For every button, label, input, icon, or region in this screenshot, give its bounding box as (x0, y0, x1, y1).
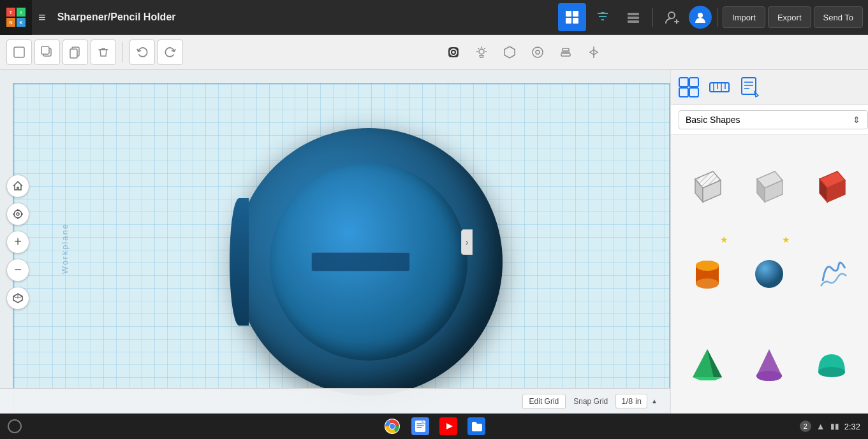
scribble-svg (813, 255, 850, 292)
shape-item-cylinder[interactable]: ★ (679, 232, 736, 316)
3d-shape[interactable] (235, 128, 503, 396)
ruler-panel-btn[interactable] (707, 75, 732, 100)
svg-point-66 (696, 278, 719, 289)
target-nav-btn[interactable] (6, 203, 29, 226)
topbar: T I N K ≡ Sharpener/Pencil Holder (0, 0, 868, 35)
camera-icon (446, 45, 460, 59)
import-button[interactable]: Import (723, 6, 765, 28)
tools-btn[interactable] (589, 3, 617, 31)
right-panel: Basic Shapes ⇕ (670, 70, 868, 414)
workplane-label: Workplane (60, 223, 70, 274)
avatar-btn[interactable] (689, 6, 712, 29)
taskbar: 2 ▲ ▮▮ 2:32 (0, 414, 868, 439)
notification-badge[interactable]: 2 (800, 421, 811, 432)
copy-project-icon (41, 46, 54, 59)
notes-panel-btn[interactable] (737, 75, 763, 100)
edit-grid-btn[interactable]: Edit Grid (522, 394, 566, 409)
light-icon (474, 45, 489, 59)
shape-item-sphere[interactable]: ★ (741, 232, 798, 316)
shape-item-scribble[interactable] (803, 232, 860, 316)
toolbar (0, 35, 868, 70)
shape-category-select[interactable]: Basic Shapes (679, 110, 868, 129)
profile-add-btn[interactable] (658, 3, 686, 31)
copy-project-btn[interactable] (34, 40, 60, 65)
svg-point-8 (668, 12, 675, 18)
shape-item-box-plain[interactable] (741, 143, 798, 227)
taskbar-circle-btn[interactable] (8, 419, 22, 433)
cube-nav-btn[interactable] (6, 287, 29, 310)
delete-btn[interactable] (91, 40, 116, 65)
shapes-grid: ★ ★ (671, 135, 868, 414)
new-workplane-btn[interactable] (6, 40, 32, 65)
menu-icon[interactable]: ≡ (32, 10, 52, 25)
topbar-divider (652, 8, 653, 27)
box-plain-svg (751, 166, 788, 203)
svg-rect-45 (710, 83, 729, 92)
zoom-in-btn[interactable]: + (6, 231, 29, 254)
main-area: TOP Workplane (0, 70, 868, 414)
tinkercad-logo[interactable]: T I N K (0, 0, 32, 35)
svg-point-75 (818, 367, 845, 377)
new-workplane-icon (13, 46, 26, 59)
svg-point-67 (696, 261, 719, 271)
snap-value[interactable]: 1/8 in (615, 394, 647, 408)
flip-icon (587, 45, 601, 59)
youtube-app[interactable] (439, 417, 457, 435)
chrome-app[interactable] (383, 417, 401, 435)
grid-view-btn[interactable] (558, 3, 586, 31)
docs-icon (415, 420, 426, 433)
svg-marker-71 (693, 377, 722, 380)
sendto-button[interactable]: Send To (814, 6, 863, 28)
sphere-star: ★ (782, 234, 790, 245)
redo-btn[interactable] (158, 40, 183, 65)
svg-rect-10 (14, 47, 24, 57)
svg-rect-3 (573, 18, 578, 24)
flip-btn[interactable] (582, 41, 605, 64)
files-app[interactable] (467, 417, 485, 435)
svg-point-15 (449, 48, 458, 57)
grid-panel-btn[interactable] (676, 75, 702, 100)
collapse-handle[interactable]: › (461, 229, 473, 255)
duplicate-btn[interactable] (63, 40, 88, 65)
dome-teal-svg (813, 345, 850, 382)
zoom-out-btn[interactable]: − (6, 259, 29, 282)
camera-btn[interactable] (442, 41, 465, 64)
circle-btn[interactable] (526, 41, 549, 64)
shape-icon-scribble (811, 254, 853, 295)
shape-item-cone-purple[interactable] (741, 322, 798, 406)
layers-icon (626, 10, 640, 24)
home-nav-btn[interactable] (6, 175, 29, 198)
grid-panel-icon (678, 76, 700, 98)
tools-icon (596, 10, 610, 24)
project-title: Sharpener/Pencil Holder (52, 11, 558, 23)
shape-item-box-red[interactable] (803, 143, 860, 227)
blade-cutout (311, 252, 410, 271)
svg-point-25 (533, 47, 543, 57)
shape-item-box-diagonal[interactable] (679, 143, 736, 227)
shape-selector: Basic Shapes ⇕ (671, 105, 868, 135)
toolbar-sep1 (122, 42, 123, 62)
shape-item-dome-teal[interactable] (803, 322, 860, 406)
layers-btn[interactable] (619, 3, 647, 31)
shape-icon-cylinder (686, 254, 728, 295)
battery-icon: ▮▮ (830, 422, 839, 431)
light-btn[interactable] (470, 41, 493, 64)
left-flap (230, 198, 249, 326)
box-red-svg (813, 166, 850, 203)
docs-app[interactable] (411, 417, 429, 435)
shape-item-pyramid-green[interactable] (679, 322, 736, 406)
hex-btn[interactable] (498, 41, 521, 64)
shape-icon-box-plain (749, 164, 790, 206)
snap-arrows[interactable]: ▲ (649, 396, 660, 406)
svg-point-18 (479, 49, 484, 54)
shape-icon-dome-teal (811, 343, 853, 384)
undo-btn[interactable] (129, 40, 155, 65)
hex-icon (503, 45, 517, 59)
align-btn[interactable] (554, 41, 577, 64)
logo-n: N (6, 18, 15, 27)
export-button[interactable]: Export (768, 6, 811, 28)
canvas-area[interactable]: TOP Workplane (0, 70, 670, 414)
avatar-icon (693, 10, 707, 24)
align-icon (559, 45, 573, 59)
svg-rect-29 (561, 54, 570, 56)
